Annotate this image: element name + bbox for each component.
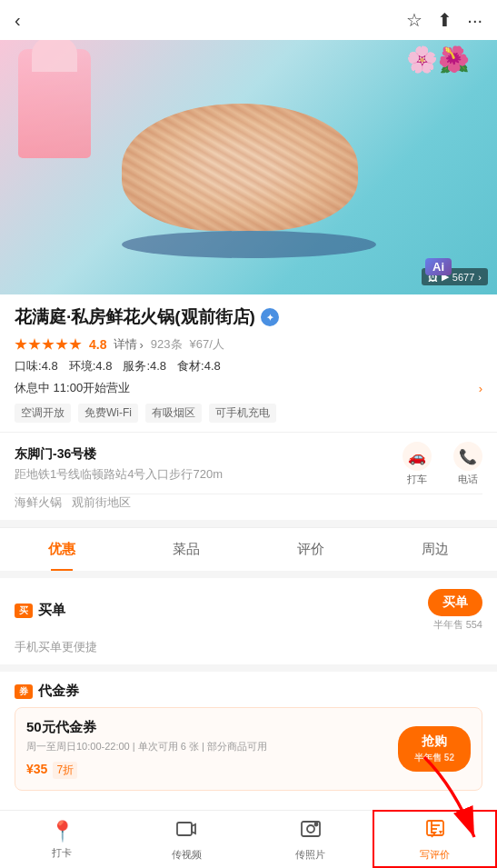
grab-button[interactable]: 抢购 半年售 52 xyxy=(398,726,471,772)
amenity-charge: 可手机充电 xyxy=(209,404,276,423)
phone-icon: 📞 xyxy=(453,442,482,471)
env-label: 环境:4.8 xyxy=(69,358,113,374)
voucher-header: 券 代金券 xyxy=(0,672,497,707)
price-per-person: ¥67/人 xyxy=(190,336,224,353)
call-button[interactable]: 📞 电话 xyxy=(453,442,482,486)
drive-button[interactable]: 🚗 打车 xyxy=(403,442,432,486)
taste-label: 口味:4.8 xyxy=(15,358,58,374)
sub-ratings: 口味:4.8 环境:4.8 服务:4.8 食材:4.8 xyxy=(15,358,482,374)
food-display xyxy=(113,95,385,258)
food-val: 4.8 xyxy=(204,359,221,373)
review-count: 923条 xyxy=(151,336,183,353)
checkin-label: 打卡 xyxy=(52,846,72,860)
tab-reviews[interactable]: 评价 xyxy=(249,528,373,571)
voucher-card[interactable]: 50元代金券 周一至周日10:00-22:00 | 单次可用 6 张 | 部分商… xyxy=(15,707,482,791)
voucher-name: 50元代金券 xyxy=(26,719,267,736)
tab-nearby[interactable]: 周边 xyxy=(373,528,497,571)
contact-actions: 🚗 打车 📞 电话 xyxy=(403,442,482,486)
more-icon[interactable]: ··· xyxy=(467,10,482,31)
restaurant-info: 花满庭·私房鲜花火锅(观前街店) ✦ 4.8 详情 923条 ¥67/人 口味:… xyxy=(0,294,497,520)
share-icon[interactable]: ⬆ xyxy=(437,9,452,31)
nav-review[interactable]: 写评价 xyxy=(373,818,497,862)
drive-label: 打车 xyxy=(407,473,427,486)
flower-decoration: 🌸🌺 xyxy=(406,45,470,75)
amenity-ac: 空调开放 xyxy=(15,404,71,423)
category-row: 海鲜火锅 观前街地区 xyxy=(15,494,482,520)
svg-point-3 xyxy=(307,825,314,833)
photo-label: 传照片 xyxy=(295,848,325,862)
service-val: 4.8 xyxy=(150,359,166,373)
bottom-nav: 📍 打卡 传视频 传照片 xyxy=(0,810,497,868)
checkin-icon: 📍 xyxy=(50,820,75,843)
restaurant-name-row: 花满庭·私房鲜花火锅(观前街店) ✦ xyxy=(15,305,482,329)
deco-carousel xyxy=(18,49,91,158)
taste-val: 4.8 xyxy=(42,359,58,373)
hero-image: 🌸🌺 🖼 ▶ 5677 › Ai xyxy=(0,40,497,294)
buy-title-text: 买单 xyxy=(38,602,65,619)
voucher-current-price: ¥35 xyxy=(26,759,47,778)
rating-number: 4.8 xyxy=(89,337,106,352)
nav-checkin[interactable]: 📍 打卡 xyxy=(0,820,124,860)
grab-label: 抢购 xyxy=(422,733,447,750)
buy-action: 买单 半年售 554 xyxy=(428,589,482,632)
top-nav: ‹ ☆ ⬆ ··· xyxy=(0,0,497,40)
svg-point-4 xyxy=(314,823,317,825)
tab-deals[interactable]: 优惠 xyxy=(0,528,124,571)
buy-tag: 买 xyxy=(15,604,33,618)
voucher-title-text: 代金券 xyxy=(38,683,79,700)
buy-desc: 手机买单更便捷 xyxy=(0,639,497,664)
tab-bar: 优惠 菜品 评价 周边 xyxy=(0,527,497,571)
nav-photo[interactable]: 传照片 xyxy=(249,818,373,862)
call-label: 电话 xyxy=(458,473,478,486)
tags-row: 休息中 11:00开始营业 › xyxy=(15,380,482,396)
photo-icon xyxy=(300,818,322,845)
address-info: 东脚门-36号楼 距地铁1号线临顿路站4号入口步行720m xyxy=(15,446,223,483)
nav-video[interactable]: 传视频 xyxy=(124,818,249,862)
main-content: 买 买单 买单 半年售 554 手机买单更便捷 券 代金券 50元代金券 周一至… xyxy=(0,571,497,847)
ai-badge: Ai xyxy=(425,258,452,275)
voucher-conditions: 周一至周日10:00-22:00 | 单次可用 6 张 | 部分商品可用 xyxy=(26,740,267,753)
star-rating xyxy=(15,338,82,351)
car-icon: 🚗 xyxy=(403,442,432,471)
verified-icon: ✦ xyxy=(261,308,279,326)
address-sub: 距地铁1号线临顿路站4号入口步行720m xyxy=(15,466,223,483)
buy-header: 买 买单 买单 半年售 554 xyxy=(0,578,497,639)
review-icon xyxy=(424,818,446,845)
video-label: 传视频 xyxy=(172,848,202,862)
video-icon xyxy=(175,818,197,845)
voucher-tag: 券 xyxy=(15,684,33,699)
address-main: 东脚门-36号楼 xyxy=(15,446,223,463)
amenity-smoke: 有吸烟区 xyxy=(145,404,202,423)
voucher-title: 券 代金券 xyxy=(15,683,79,700)
voucher-discount: 7折 xyxy=(53,762,77,779)
env-val: 4.8 xyxy=(95,359,112,373)
rating-row: 4.8 详情 923条 ¥67/人 xyxy=(15,336,482,353)
svg-rect-1 xyxy=(177,823,192,835)
buy-title: 买 买单 xyxy=(15,602,65,619)
rating-detail-link[interactable]: 详情 xyxy=(114,336,143,353)
food-label: 食材:4.8 xyxy=(177,358,221,374)
back-icon[interactable]: ‹ xyxy=(15,10,21,31)
category-tag: 海鲜火锅 观前街地区 xyxy=(15,494,131,511)
buy-section: 买 买单 买单 半年售 554 手机买单更便捷 xyxy=(0,578,497,664)
grab-half-year: 半年售 52 xyxy=(414,752,454,764)
review-label: 写评价 xyxy=(420,848,450,862)
tab-menu[interactable]: 菜品 xyxy=(124,528,249,571)
more-arrow[interactable]: › xyxy=(479,382,482,395)
voucher-price-row: ¥35 7折 xyxy=(26,759,267,779)
restaurant-name: 花满庭·私房鲜花火锅(观前街店) xyxy=(15,305,255,329)
open-time: 休息中 11:00开始营业 xyxy=(15,380,130,396)
buy-button[interactable]: 买单 xyxy=(428,589,482,616)
buy-half-year: 半年售 554 xyxy=(433,618,482,632)
business-row: 东脚门-36号楼 距地铁1号线临顿路站4号入口步行720m 🚗 打车 📞 电话 xyxy=(15,433,482,494)
amenity-wifi: 免费Wi-Fi xyxy=(78,404,138,423)
star-icon[interactable]: ☆ xyxy=(406,9,422,31)
amenities-row: 空调开放 免费Wi-Fi 有吸烟区 可手机充电 xyxy=(15,404,482,432)
photo-count: 5677 xyxy=(452,272,474,283)
voucher-info: 50元代金券 周一至周日10:00-22:00 | 单次可用 6 张 | 部分商… xyxy=(26,719,267,779)
service-label: 服务:4.8 xyxy=(123,358,166,374)
